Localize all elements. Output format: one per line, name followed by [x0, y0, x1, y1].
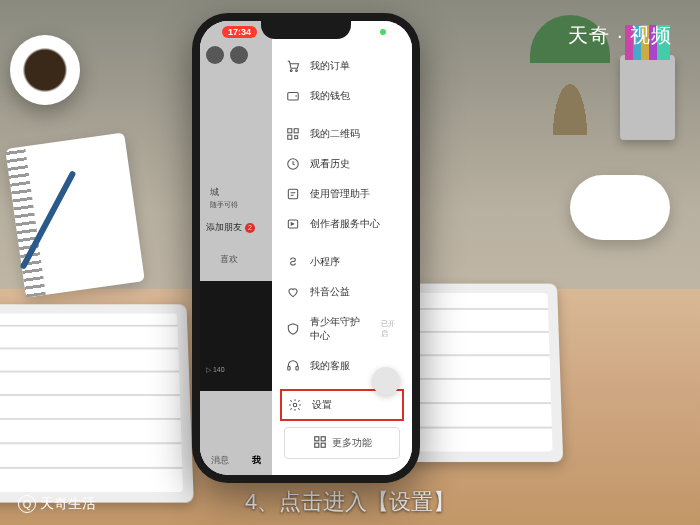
like-tab[interactable]: 喜欢	[220, 253, 238, 266]
gear-icon	[288, 398, 302, 412]
play-count: ▷ 140	[206, 366, 225, 374]
menu-item-label: 我的订单	[310, 59, 350, 73]
menu-item-label: 观看历史	[310, 157, 350, 171]
more-features-label: 更多功能	[332, 436, 372, 450]
notification-badge: 2	[245, 223, 255, 233]
menu-item-label: 设置	[312, 398, 332, 412]
menu-item-qr[interactable]: 我的二维码	[272, 119, 412, 149]
tab-messages[interactable]: 消息	[211, 454, 229, 467]
admin-icon	[286, 187, 300, 201]
bottom-tabs: 消息 我	[200, 454, 272, 467]
qr-icon	[286, 127, 300, 141]
svg-rect-16	[321, 443, 325, 447]
menu-item-label: 创作者服务中心	[310, 217, 380, 231]
menu-item-label: 小程序	[310, 255, 340, 269]
video-thumbnail[interactable]	[200, 281, 272, 391]
instruction-caption: 4、点击进入【设置】	[245, 487, 455, 517]
section-label: 城 随手可得	[210, 186, 238, 210]
shield-icon	[286, 322, 300, 336]
search-icon	[230, 46, 248, 64]
menu-item-charity[interactable]: 抖音公益	[272, 277, 412, 307]
menu-item-creator[interactable]: 创作者服务中心	[272, 209, 412, 239]
svg-rect-13	[314, 437, 318, 441]
phone-frame: 17:34 城 随手可得 添加朋友 2 喜欢 ▷ 140	[192, 13, 420, 483]
svg-rect-14	[321, 437, 325, 441]
menu-item-label: 我的二维码	[310, 127, 360, 141]
svg-rect-10	[288, 367, 290, 371]
menu-item-admin[interactable]: 使用管理助手	[272, 179, 412, 209]
wallet-icon	[286, 89, 300, 103]
status-indicator	[380, 29, 386, 35]
brand-logo-icon: Q	[18, 495, 36, 513]
brand-bottom-text: 天奇生活	[40, 495, 96, 513]
menu-item-label: 我的客服	[310, 359, 350, 373]
grid-icon	[313, 435, 327, 451]
dimmed-background-panel[interactable]: 城 随手可得 添加朋友 2 喜欢 ▷ 140 消息 我	[200, 21, 272, 475]
svg-point-12	[293, 403, 297, 407]
floating-action-button[interactable]	[372, 367, 400, 395]
menu-item-cart[interactable]: 我的订单	[272, 51, 412, 81]
menu-item-mini[interactable]: 小程序	[272, 247, 412, 277]
svg-rect-5	[288, 135, 292, 139]
phone-notch	[261, 21, 351, 39]
cart-icon	[286, 59, 300, 73]
svg-rect-15	[314, 443, 318, 447]
svg-rect-11	[296, 367, 298, 371]
menu-item-wallet[interactable]: 我的钱包	[272, 81, 412, 111]
phone-screen: 17:34 城 随手可得 添加朋友 2 喜欢 ▷ 140	[200, 21, 412, 475]
menu-item-label: 青少年守护中心	[310, 315, 368, 343]
menu-item-clock[interactable]: 观看历史	[272, 149, 412, 179]
side-drawer: 我的订单我的钱包我的二维码观看历史使用管理助手创作者服务中心小程序抖音公益青少年…	[272, 21, 412, 475]
charity-icon	[286, 285, 300, 299]
svg-rect-6	[295, 136, 298, 139]
svg-rect-3	[288, 129, 292, 133]
service-icon	[286, 359, 300, 373]
svg-point-0	[290, 70, 292, 72]
menu-item-label: 抖音公益	[310, 285, 350, 299]
svg-point-1	[296, 70, 298, 72]
status-time: 17:34	[222, 26, 257, 38]
svg-rect-8	[288, 189, 297, 198]
menu-item-sublabel: 已开启	[381, 319, 398, 339]
nav-icon	[206, 46, 224, 64]
tab-me[interactable]: 我	[252, 454, 261, 467]
svg-rect-4	[294, 129, 298, 133]
brand-top-right: 天奇 · 视频	[568, 22, 672, 49]
creator-icon	[286, 217, 300, 231]
clock-icon	[286, 157, 300, 171]
mini-icon	[286, 255, 300, 269]
brand-bottom-left: Q 天奇生活	[18, 495, 96, 513]
menu-item-label: 使用管理助手	[310, 187, 370, 201]
menu-item-shield[interactable]: 青少年守护中心已开启	[272, 307, 412, 351]
menu-item-label: 我的钱包	[310, 89, 350, 103]
more-features-button[interactable]: 更多功能	[284, 427, 400, 459]
add-friend-row[interactable]: 添加朋友 2	[206, 221, 255, 234]
